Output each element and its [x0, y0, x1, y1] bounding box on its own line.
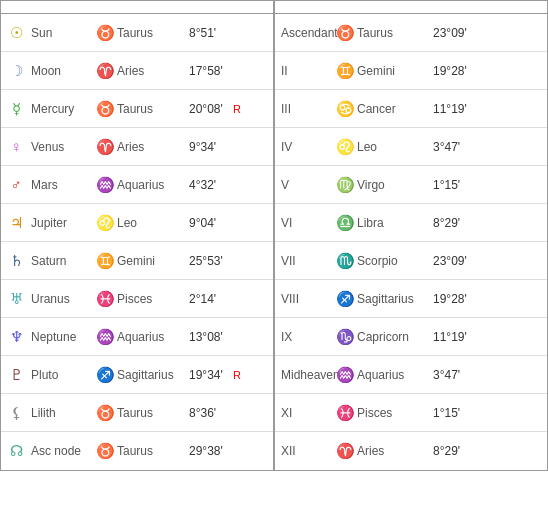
- house-row: VI ♎ Libra 8°29': [275, 204, 547, 242]
- sign-name: Leo: [117, 216, 189, 230]
- house-name: XII: [275, 444, 333, 458]
- sign-icon: ♐: [93, 366, 117, 384]
- planet-name: Saturn: [31, 254, 93, 268]
- house-name: III: [275, 102, 333, 116]
- house-name: Ascendant: [275, 26, 333, 40]
- zodiac-header: [1, 1, 275, 13]
- planet-name: Mars: [31, 178, 93, 192]
- sign-name: Taurus: [117, 26, 189, 40]
- sign-name: Aquarius: [357, 368, 433, 382]
- sign-icon: ♈: [93, 138, 117, 156]
- degree: 9°04': [189, 216, 233, 230]
- sign-name: Taurus: [117, 102, 189, 116]
- sign-icon: ♎: [333, 214, 357, 232]
- placidus-header: [275, 1, 547, 13]
- sign-name: Taurus: [357, 26, 433, 40]
- sign-name: Sagittarius: [117, 368, 189, 382]
- planet-name: Neptune: [31, 330, 93, 344]
- sign-name: Aries: [117, 64, 189, 78]
- sign-icon: ♐: [333, 290, 357, 308]
- degree: 29°38': [189, 444, 233, 458]
- house-row: III ♋ Cancer 11°19': [275, 90, 547, 128]
- sign-icon: ♈: [93, 62, 117, 80]
- sign-name: Pisces: [357, 406, 433, 420]
- header-row: [1, 1, 547, 14]
- sign-name: Aries: [357, 444, 433, 458]
- degree: 3°47': [433, 140, 477, 154]
- house-row: V ♍ Virgo 1°15': [275, 166, 547, 204]
- degree: 20°08': [189, 102, 233, 116]
- degree: 23°09': [433, 254, 477, 268]
- house-row: Ascendant ♉ Taurus 23°09': [275, 14, 547, 52]
- planet-icon: ☽: [1, 62, 31, 80]
- sign-icon: ♉: [93, 100, 117, 118]
- house-row: IX ♑ Capricorn 11°19': [275, 318, 547, 356]
- sign-icon: ♓: [93, 290, 117, 308]
- house-row: VII ♏ Scorpio 23°09': [275, 242, 547, 280]
- sign-icon: ♓: [333, 404, 357, 422]
- planet-row: ♂ Mars ♒ Aquarius 4°32': [1, 166, 273, 204]
- sign-icon: ♉: [93, 404, 117, 422]
- degree: 4°32': [189, 178, 233, 192]
- house-name: V: [275, 178, 333, 192]
- sign-icon: ♉: [93, 442, 117, 460]
- planet-icon: ♆: [1, 328, 31, 346]
- planet-row: ♅ Uranus ♓ Pisces 2°14': [1, 280, 273, 318]
- house-row: Midheaven ♒ Aquarius 3°47': [275, 356, 547, 394]
- sign-name: Pisces: [117, 292, 189, 306]
- planet-name: Pluto: [31, 368, 93, 382]
- planet-row: ☽ Moon ♈ Aries 17°58': [1, 52, 273, 90]
- planet-icon: ☿: [1, 100, 31, 118]
- sign-name: Libra: [357, 216, 433, 230]
- degree: 3°47': [433, 368, 477, 382]
- degree: 8°51': [189, 26, 233, 40]
- degree: 1°15': [433, 178, 477, 192]
- degree: 25°53': [189, 254, 233, 268]
- sign-name: Gemini: [357, 64, 433, 78]
- degree: 19°34': [189, 368, 233, 382]
- sign-name: Sagittarius: [357, 292, 433, 306]
- sign-icon: ♏: [333, 252, 357, 270]
- sign-icon: ♒: [93, 328, 117, 346]
- planet-row: ♃ Jupiter ♌ Leo 9°04': [1, 204, 273, 242]
- house-name: Midheaven: [275, 368, 333, 382]
- planet-row: ♄ Saturn ♊ Gemini 25°53': [1, 242, 273, 280]
- sign-name: Leo: [357, 140, 433, 154]
- planet-name: Jupiter: [31, 216, 93, 230]
- planet-icon: ☉: [1, 24, 31, 42]
- retrograde: R: [233, 369, 249, 381]
- planet-name: Venus: [31, 140, 93, 154]
- astro-table: ☉ Sun ♉ Taurus 8°51' ☽ Moon ♈ Aries 17°5…: [0, 0, 548, 471]
- house-row: VIII ♐ Sagittarius 19°28': [275, 280, 547, 318]
- sign-icon: ♒: [93, 176, 117, 194]
- house-name: VII: [275, 254, 333, 268]
- sign-icon: ♉: [333, 24, 357, 42]
- planet-icon: ♃: [1, 214, 31, 232]
- sign-name: Gemini: [117, 254, 189, 268]
- sign-icon: ♍: [333, 176, 357, 194]
- degree: 9°34': [189, 140, 233, 154]
- retrograde: R: [233, 103, 249, 115]
- house-row: XI ♓ Pisces 1°15': [275, 394, 547, 432]
- planet-icon: ♅: [1, 290, 31, 308]
- planet-row: ☊ Asc node ♉ Taurus 29°38': [1, 432, 273, 470]
- house-row: IV ♌ Leo 3°47': [275, 128, 547, 166]
- planet-row: ⚸ Lilith ♉ Taurus 8°36': [1, 394, 273, 432]
- planets-table: ☉ Sun ♉ Taurus 8°51' ☽ Moon ♈ Aries 17°5…: [1, 14, 275, 470]
- sign-name: Taurus: [117, 406, 189, 420]
- planet-icon: ♂: [1, 176, 31, 193]
- degree: 2°14': [189, 292, 233, 306]
- main-content: ☉ Sun ♉ Taurus 8°51' ☽ Moon ♈ Aries 17°5…: [1, 14, 547, 470]
- degree: 19°28': [433, 292, 477, 306]
- degree: 1°15': [433, 406, 477, 420]
- planet-name: Moon: [31, 64, 93, 78]
- planet-icon: ♀: [1, 138, 31, 155]
- planet-row: ☿ Mercury ♉ Taurus 20°08' R: [1, 90, 273, 128]
- house-name: XI: [275, 406, 333, 420]
- sign-icon: ♒: [333, 366, 357, 384]
- sign-name: Taurus: [117, 444, 189, 458]
- house-name: IV: [275, 140, 333, 154]
- planet-icon: ♇: [1, 366, 31, 384]
- planet-icon: ☊: [1, 442, 31, 460]
- sign-icon: ♈: [333, 442, 357, 460]
